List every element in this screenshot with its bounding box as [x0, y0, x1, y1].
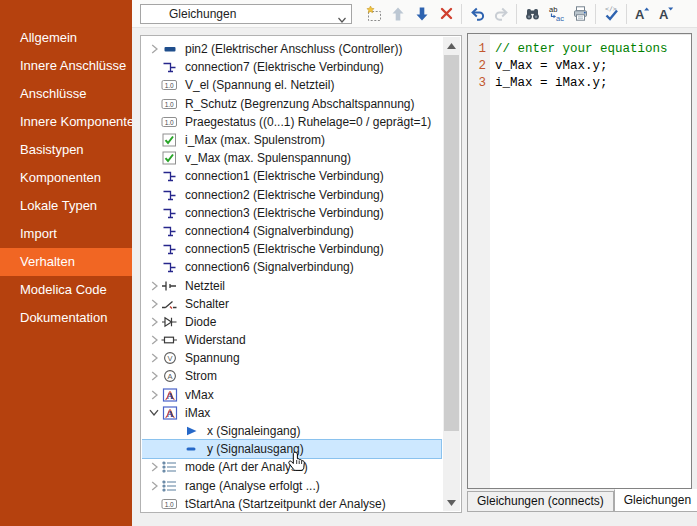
expander-collapsed-icon[interactable]: [147, 317, 161, 327]
tree-item-label: connection2 (Elektrische Verbindung): [182, 187, 387, 203]
svg-text:A: A: [659, 7, 669, 22]
svg-text:V: V: [167, 354, 172, 363]
tree-item-diode[interactable]: Diode: [142, 313, 443, 331]
sidebar-item-basistypen[interactable]: Basistypen: [0, 136, 132, 164]
tree-item-netzteil[interactable]: Netzteil: [142, 276, 443, 294]
tree-item-vmax[interactable]: AvMax: [142, 386, 443, 404]
font-decrease-icon[interactable]: A: [654, 2, 678, 26]
scroll-up-icon[interactable]: [443, 37, 460, 54]
replace-icon[interactable]: abac: [544, 2, 568, 26]
code-line[interactable]: // enter your equations: [495, 41, 668, 58]
expander-collapsed-icon[interactable]: [147, 44, 161, 54]
expander-collapsed-icon[interactable]: [147, 281, 161, 291]
expander-collapsed-icon[interactable]: [147, 481, 161, 491]
sidebar-item-innere-anschlüsse[interactable]: Innere Anschlüsse: [0, 52, 132, 80]
scrollbar-thumb[interactable]: [444, 55, 459, 431]
expander-collapsed-icon[interactable]: [147, 353, 161, 363]
tab-gleichungen-connects[interactable]: Gleichungen (connects): [467, 491, 614, 512]
tree-item-connection2[interactable]: connection2 (Elektrische Verbindung): [142, 186, 443, 204]
toolbar-buttons: abac</>AA: [362, 2, 678, 26]
tree-item-v-max[interactable]: v_Max (max. Spulenspannung): [142, 149, 443, 167]
tree-item-y[interactable]: y (Signalausgang): [142, 440, 441, 458]
line-numbers: 123: [468, 34, 490, 488]
sidebar-item-import[interactable]: Import: [0, 220, 132, 248]
tree-item-connection1[interactable]: connection1 (Elektrische Verbindung): [142, 167, 443, 185]
toolbar-separator: [516, 4, 517, 24]
tree-item-schalter[interactable]: Schalter: [142, 295, 443, 313]
sidebar-item-anschlüsse[interactable]: Anschlüsse: [0, 80, 132, 108]
chevron-down-icon[interactable]: [338, 12, 346, 18]
tree-item-praegestatus[interactable]: 1.0Praegestatus ((0...1) Ruhelage=0 / ge…: [142, 113, 443, 131]
delete-icon[interactable]: [434, 2, 458, 26]
tree-item-label: i_Max (max. Spulenstrom): [182, 132, 328, 148]
checkbox-checked-icon: [161, 133, 178, 147]
expander-collapsed-icon[interactable]: [147, 462, 161, 472]
signal-block-icon: A: [161, 388, 178, 402]
tree-item-tstartana[interactable]: 1.0tStartAna (Startzeitpunkt der Analyse…: [142, 495, 443, 511]
tree-item-label: connection3 (Elektrische Verbindung): [182, 205, 387, 221]
tree-item-label: Netzteil: [182, 278, 228, 294]
tree-item-mode[interactable]: mode (Art der Analyse): [142, 458, 443, 476]
tree-item-widerstand[interactable]: Widerstand: [142, 331, 443, 349]
tree-item-label: connection1 (Elektrische Verbindung): [182, 168, 387, 184]
expander-collapsed-icon[interactable]: [147, 371, 161, 381]
font-increase-icon[interactable]: A: [630, 2, 654, 26]
new-equation-icon[interactable]: [362, 2, 386, 26]
connection-icon: [161, 188, 178, 202]
tree-item-range[interactable]: range (Analyse erfolgt ...): [142, 477, 443, 495]
move-up-icon[interactable]: [386, 2, 410, 26]
code-line[interactable]: i_Max = iMax.y;: [495, 75, 668, 92]
equation-editor[interactable]: 123 // enter your equationsv_Max = vMax.…: [467, 33, 692, 489]
scalar-value-icon: 1.0: [161, 115, 178, 129]
tree-item-imax[interactable]: AiMax: [142, 404, 443, 422]
find-icon[interactable]: [520, 2, 544, 26]
tree-item-i-max[interactable]: i_Max (max. Spulenstrom): [142, 131, 443, 149]
sidebar-item-komponenten[interactable]: Komponenten: [0, 164, 132, 192]
redo-icon[interactable]: [489, 2, 513, 26]
connection-icon: [161, 260, 178, 274]
move-down-icon[interactable]: [410, 2, 434, 26]
line-number: 1: [468, 41, 490, 58]
tree-item-pin2[interactable]: pin2 (Elektrischer Anschluss (Controller…: [142, 40, 443, 58]
scroll-down-icon[interactable]: [443, 494, 460, 511]
code-line[interactable]: v_Max = vMax.y;: [495, 58, 668, 75]
print-icon[interactable]: [568, 2, 592, 26]
svg-text:A: A: [166, 390, 173, 400]
tree-item-strom[interactable]: AStrom: [142, 367, 443, 385]
sidebar-item-lokale-typen[interactable]: Lokale Typen: [0, 192, 132, 220]
tree-scrollbar[interactable]: [443, 37, 460, 511]
tree-item-connection5[interactable]: connection5 (Elektrische Verbindung): [142, 240, 443, 258]
sidebar-item-verhalten[interactable]: Verhalten: [0, 248, 132, 276]
code-area[interactable]: // enter your equationsv_Max = vMax.y;i_…: [490, 34, 668, 488]
sidebar-item-allgemein[interactable]: Allgemein: [0, 24, 132, 52]
tree-item-connection4[interactable]: connection4 (Signalverbindung): [142, 222, 443, 240]
tree-item-connection7[interactable]: connection7 (Elektrische Verbindung): [142, 58, 443, 76]
switch-icon: [161, 297, 178, 311]
expander-collapsed-icon[interactable]: [147, 390, 161, 400]
equation-section-select[interactable]: Gleichungen: [140, 4, 352, 24]
expander-expanded-icon[interactable]: [147, 409, 161, 416]
sidebar-item-dokumentation[interactable]: Dokumentation: [0, 304, 132, 332]
editor-tabs: Gleichungen (connects)Gleichungen: [467, 489, 697, 512]
syntax-check-icon[interactable]: </>: [599, 2, 623, 26]
sidebar-item-modelica-code[interactable]: Modelica Code: [0, 276, 132, 304]
signal-block-icon: A: [161, 406, 178, 420]
tree-item-r-schutz[interactable]: 1.0R_Schutz (Begrenzung Abschaltspannung…: [142, 95, 443, 113]
tree-item-spannung[interactable]: VSpannung: [142, 349, 443, 367]
expander-collapsed-icon[interactable]: [147, 299, 161, 309]
tree-item-label: Schalter: [182, 296, 232, 312]
tab-gleichungen[interactable]: Gleichungen: [614, 489, 697, 512]
tree-item-label: vMax: [182, 387, 217, 403]
expander-collapsed-icon[interactable]: [147, 335, 161, 345]
tree-item-label: Diode: [182, 314, 219, 330]
undo-icon[interactable]: [465, 2, 489, 26]
tree-item-x[interactable]: x (Signaleingang): [142, 422, 443, 440]
tree-item-label: range (Analyse erfolgt ...): [182, 478, 323, 494]
tree-item-v-el[interactable]: 1.0V_el (Spannung el. Netzteil): [142, 76, 443, 94]
tree-item-label: x (Signaleingang): [204, 423, 303, 439]
voltage-source-icon: V: [161, 351, 178, 365]
tree-item-connection6[interactable]: connection6 (Signalverbindung): [142, 258, 443, 276]
tree-item-connection3[interactable]: connection3 (Elektrische Verbindung): [142, 204, 443, 222]
sidebar-item-innere-komponenten[interactable]: Innere Komponenten: [0, 108, 132, 136]
enum-list-icon: [161, 479, 178, 493]
